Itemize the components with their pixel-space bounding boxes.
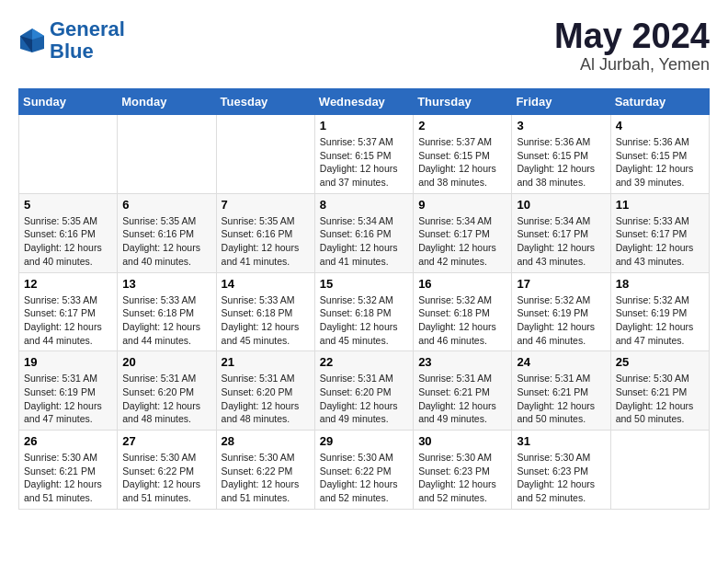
day-number: 11 (616, 198, 704, 212)
day-number: 21 (222, 355, 310, 369)
calendar-cell: 4Sunrise: 5:36 AMSunset: 6:15 PMDaylight… (610, 115, 709, 194)
header-wednesday: Wednesday (314, 89, 413, 115)
calendar-cell: 5Sunrise: 5:35 AMSunset: 6:16 PMDaylight… (19, 193, 118, 272)
header-monday: Monday (118, 89, 216, 115)
calendar-cell: 29Sunrise: 5:30 AMSunset: 6:22 PMDayligh… (314, 431, 413, 510)
day-number: 13 (122, 277, 210, 291)
page-header: General Blue May 2024 Al Jurbah, Yemen (18, 18, 710, 75)
calendar-cell: 16Sunrise: 5:32 AMSunset: 6:18 PMDayligh… (414, 272, 512, 351)
calendar-cell: 6Sunrise: 5:35 AMSunset: 6:16 PMDaylight… (118, 193, 216, 272)
calendar-cell: 22Sunrise: 5:31 AMSunset: 6:20 PMDayligh… (314, 351, 413, 431)
header-friday: Friday (512, 89, 610, 115)
day-number: 27 (122, 434, 210, 448)
calendar-cell: 13Sunrise: 5:33 AMSunset: 6:18 PMDayligh… (118, 272, 216, 351)
day-number: 14 (222, 277, 310, 291)
logo-line1: General (50, 17, 125, 40)
day-number: 28 (222, 434, 310, 448)
calendar-cell: 30Sunrise: 5:30 AMSunset: 6:23 PMDayligh… (414, 431, 512, 510)
cell-info: Sunrise: 5:31 AMSunset: 6:21 PMDaylight:… (418, 372, 506, 426)
cell-info: Sunrise: 5:35 AMSunset: 6:16 PMDaylight:… (24, 214, 112, 269)
calendar-week-3: 12Sunrise: 5:33 AMSunset: 6:17 PMDayligh… (19, 272, 710, 351)
calendar-cell: 21Sunrise: 5:31 AMSunset: 6:20 PMDayligh… (216, 351, 314, 431)
cell-info: Sunrise: 5:34 AMSunset: 6:17 PMDaylight:… (517, 214, 605, 269)
day-number: 29 (320, 434, 408, 448)
cell-info: Sunrise: 5:32 AMSunset: 6:19 PMDaylight:… (517, 293, 605, 348)
day-number: 7 (222, 198, 310, 212)
header-saturday: Saturday (610, 89, 709, 115)
calendar-cell: 12Sunrise: 5:33 AMSunset: 6:17 PMDayligh… (19, 272, 118, 351)
cell-info: Sunrise: 5:37 AMSunset: 6:15 PMDaylight:… (320, 135, 408, 190)
day-number: 9 (418, 198, 506, 212)
day-number: 18 (616, 277, 704, 291)
day-number: 2 (418, 119, 506, 132)
cell-info: Sunrise: 5:36 AMSunset: 6:15 PMDaylight:… (517, 135, 605, 190)
month-title: May 2024 (554, 18, 710, 53)
calendar-week-1: 1Sunrise: 5:37 AMSunset: 6:15 PMDaylight… (19, 115, 710, 194)
cell-info: Sunrise: 5:33 AMSunset: 6:18 PMDaylight:… (122, 293, 210, 348)
day-number: 8 (320, 198, 408, 212)
cell-info: Sunrise: 5:35 AMSunset: 6:16 PMDaylight:… (122, 214, 210, 269)
day-number: 26 (24, 434, 112, 448)
cell-info: Sunrise: 5:33 AMSunset: 6:17 PMDaylight:… (24, 293, 112, 348)
title-block: May 2024 Al Jurbah, Yemen (554, 18, 710, 75)
calendar-cell (19, 115, 118, 194)
calendar-cell: 9Sunrise: 5:34 AMSunset: 6:17 PMDaylight… (414, 193, 512, 272)
day-number: 3 (517, 119, 605, 132)
calendar-cell: 24Sunrise: 5:31 AMSunset: 6:21 PMDayligh… (512, 351, 610, 431)
cell-info: Sunrise: 5:30 AMSunset: 6:21 PMDaylight:… (616, 372, 704, 426)
cell-info: Sunrise: 5:31 AMSunset: 6:19 PMDaylight:… (24, 372, 112, 426)
day-number: 15 (320, 277, 408, 291)
day-number: 6 (122, 198, 210, 212)
cell-info: Sunrise: 5:30 AMSunset: 6:22 PMDaylight:… (320, 451, 408, 505)
cell-info: Sunrise: 5:32 AMSunset: 6:19 PMDaylight:… (616, 293, 704, 348)
day-number: 20 (122, 355, 210, 369)
calendar-cell: 26Sunrise: 5:30 AMSunset: 6:21 PMDayligh… (19, 431, 118, 510)
calendar-cell: 14Sunrise: 5:33 AMSunset: 6:18 PMDayligh… (216, 272, 314, 351)
calendar-table: SundayMondayTuesdayWednesdayThursdayFrid… (18, 88, 710, 510)
calendar-cell (118, 115, 216, 194)
cell-info: Sunrise: 5:31 AMSunset: 6:20 PMDaylight:… (222, 372, 310, 426)
day-number: 16 (418, 277, 506, 291)
logo-text: General Blue (50, 18, 125, 63)
cell-info: Sunrise: 5:31 AMSunset: 6:20 PMDaylight:… (320, 372, 408, 426)
location-title: Al Jurbah, Yemen (554, 55, 710, 75)
cell-info: Sunrise: 5:30 AMSunset: 6:22 PMDaylight:… (122, 451, 210, 505)
calendar-cell: 20Sunrise: 5:31 AMSunset: 6:20 PMDayligh… (118, 351, 216, 431)
calendar-cell: 31Sunrise: 5:30 AMSunset: 6:23 PMDayligh… (512, 431, 610, 510)
day-number: 25 (616, 355, 704, 369)
day-number: 31 (517, 434, 605, 448)
cell-info: Sunrise: 5:32 AMSunset: 6:18 PMDaylight:… (320, 293, 408, 348)
day-number: 23 (418, 355, 506, 369)
cell-info: Sunrise: 5:34 AMSunset: 6:17 PMDaylight:… (418, 214, 506, 269)
day-number: 10 (517, 198, 605, 212)
calendar-cell: 7Sunrise: 5:35 AMSunset: 6:16 PMDaylight… (216, 193, 314, 272)
calendar-header-row: SundayMondayTuesdayWednesdayThursdayFrid… (19, 89, 710, 115)
calendar-week-5: 26Sunrise: 5:30 AMSunset: 6:21 PMDayligh… (19, 431, 710, 510)
calendar-cell (610, 431, 709, 510)
cell-info: Sunrise: 5:33 AMSunset: 6:17 PMDaylight:… (616, 214, 704, 269)
calendar-cell: 11Sunrise: 5:33 AMSunset: 6:17 PMDayligh… (610, 193, 709, 272)
cell-info: Sunrise: 5:37 AMSunset: 6:15 PMDaylight:… (418, 135, 506, 190)
day-number: 19 (24, 355, 112, 369)
cell-info: Sunrise: 5:31 AMSunset: 6:20 PMDaylight:… (122, 372, 210, 426)
cell-info: Sunrise: 5:31 AMSunset: 6:21 PMDaylight:… (517, 372, 605, 426)
calendar-week-4: 19Sunrise: 5:31 AMSunset: 6:19 PMDayligh… (19, 351, 710, 431)
day-number: 12 (24, 277, 112, 291)
calendar-cell: 25Sunrise: 5:30 AMSunset: 6:21 PMDayligh… (610, 351, 709, 431)
calendar-cell: 2Sunrise: 5:37 AMSunset: 6:15 PMDaylight… (414, 115, 512, 194)
cell-info: Sunrise: 5:36 AMSunset: 6:15 PMDaylight:… (616, 135, 704, 190)
calendar-cell: 10Sunrise: 5:34 AMSunset: 6:17 PMDayligh… (512, 193, 610, 272)
day-number: 5 (24, 198, 112, 212)
cell-info: Sunrise: 5:30 AMSunset: 6:23 PMDaylight:… (517, 451, 605, 505)
calendar-week-2: 5Sunrise: 5:35 AMSunset: 6:16 PMDaylight… (19, 193, 710, 272)
day-number: 1 (320, 119, 408, 132)
calendar-cell: 28Sunrise: 5:30 AMSunset: 6:22 PMDayligh… (216, 431, 314, 510)
calendar-cell: 27Sunrise: 5:30 AMSunset: 6:22 PMDayligh… (118, 431, 216, 510)
calendar-cell: 1Sunrise: 5:37 AMSunset: 6:15 PMDaylight… (314, 115, 413, 194)
logo: General Blue (18, 18, 125, 63)
header-thursday: Thursday (414, 89, 512, 115)
calendar-cell: 17Sunrise: 5:32 AMSunset: 6:19 PMDayligh… (512, 272, 610, 351)
logo-icon (18, 27, 46, 54)
cell-info: Sunrise: 5:30 AMSunset: 6:23 PMDaylight:… (418, 451, 506, 505)
cell-info: Sunrise: 5:34 AMSunset: 6:16 PMDaylight:… (320, 214, 408, 269)
